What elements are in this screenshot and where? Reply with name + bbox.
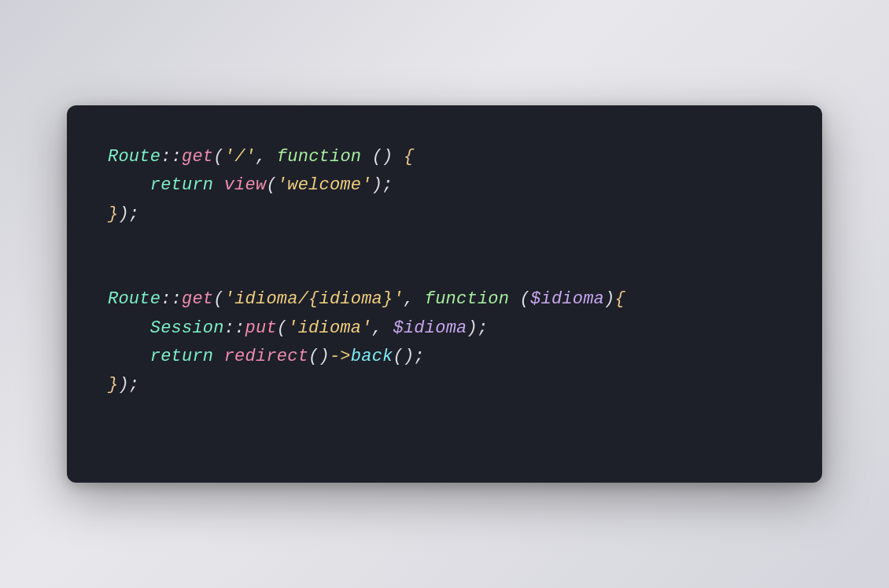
idioma-string: 'idioma' [287, 318, 371, 338]
view-func: view [224, 175, 267, 195]
back-method: back [351, 347, 393, 366]
code-window: Route::get('/', function () { return vie… [67, 105, 822, 483]
get-method: get [182, 147, 213, 167]
code-line-2: return view('welcome'); [108, 171, 781, 200]
param-idioma: $idioma [530, 289, 604, 309]
code-line-3: }); [108, 200, 781, 229]
route-class: Route [108, 147, 160, 167]
blank-line-2 [108, 257, 781, 285]
code-line-9: }); [108, 371, 781, 399]
welcome-string: 'welcome' [277, 175, 372, 195]
function-keyword-1: function [277, 147, 361, 167]
code-line-1: Route::get('/', function () { [108, 143, 781, 171]
blank-line-1 [108, 229, 781, 257]
redirect-func: redirect [224, 347, 308, 366]
return-keyword-2: return [150, 347, 214, 366]
code-line-7: Session::put('idioma', $idioma); [108, 314, 781, 343]
put-method: put [245, 318, 277, 338]
code-block: Route::get('/', function () { return vie… [108, 143, 781, 400]
route-class-2: Route [108, 289, 160, 309]
return-keyword-1: return [150, 175, 214, 195]
function-keyword-2: function [425, 289, 509, 309]
session-class: Session [150, 318, 224, 338]
get-method-2: get [182, 289, 213, 309]
arrow-operator: -> [330, 347, 351, 366]
idioma-var: $idioma [393, 318, 467, 338]
route-path-1: '/' [224, 147, 256, 167]
route-path-2: 'idioma/{idioma}' [224, 289, 404, 309]
code-line-8: return redirect()->back(); [108, 343, 781, 371]
code-line-6: Route::get('idioma/{idioma}', function (… [108, 285, 781, 314]
